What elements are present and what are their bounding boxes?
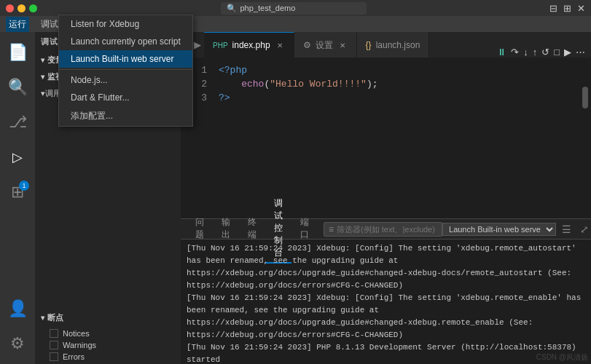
code-content: echo("Hello World!!!!");: [219, 77, 585, 91]
menu-run[interactable]: 运行: [6, 17, 29, 32]
close-button[interactable]: [6, 4, 14, 12]
title-search[interactable]: 🔍 php_test_demo: [221, 2, 367, 15]
activity-bottom: 👤 ⚙: [0, 291, 35, 364]
code-line-1: 1 <?php: [181, 63, 591, 77]
list-view-icon[interactable]: ☰: [559, 222, 574, 237]
debug-toolbar: ⏸ ↷ ↓ ↑ ↺ □ ▶ ⋯: [491, 47, 591, 58]
accounts-icon: 👤: [8, 299, 28, 318]
split-icon[interactable]: ⊞: [563, 3, 571, 14]
code-line-3: 3 ?>: [181, 91, 591, 105]
search-icon: 🔍: [227, 4, 237, 13]
step-out-icon[interactable]: ↑: [533, 47, 538, 58]
tab-settings-label: 设置: [316, 39, 333, 52]
php-echo: echo: [241, 79, 264, 90]
panel-tabs: 问题 输出 终端 调试控制台 端口 ≡ Launch Built-in web …: [181, 219, 591, 240]
panel-filter[interactable]: ≡: [324, 222, 442, 237]
tab-index-php[interactable]: PHP index.php ✕: [204, 32, 294, 58]
errors-checkbox[interactable]: [50, 352, 58, 361]
log-line: [Thu Nov 16 21:59:24 2023] Xdebug: [Conf…: [187, 242, 585, 292]
chevron-right-icon: ▾: [41, 73, 44, 81]
tab-index-php-label: index.php: [232, 40, 270, 50]
stop-icon[interactable]: □: [554, 47, 560, 58]
close-icon[interactable]: ✕: [577, 3, 585, 14]
list-item: Warnings: [50, 339, 175, 351]
warnings-label: Warnings: [63, 341, 96, 349]
divider: [59, 69, 192, 70]
php-open-tag: <?php: [219, 65, 247, 76]
log-line: [Thu Nov 16 21:59:24 2023] Xdebug: [Conf…: [187, 292, 585, 341]
tab-close-icon[interactable]: ✕: [275, 41, 285, 50]
list-item: Notices: [50, 328, 175, 339]
filter-icon: ≡: [329, 224, 334, 234]
git-icon: ⎇: [9, 113, 27, 132]
tab-close-icon[interactable]: ✕: [337, 41, 348, 50]
watermark: CSDN @风清扬: [536, 352, 588, 363]
traffic-lights: [6, 4, 37, 12]
code-line-2: 2 echo("Hello World!!!!");: [181, 77, 591, 91]
chevron-down-icon: ▾: [41, 314, 44, 322]
php-string: "Hello World!!!!": [270, 79, 367, 90]
tab-settings[interactable]: ⚙ 设置 ✕: [294, 32, 357, 58]
activity-search[interactable]: 🔍: [0, 70, 35, 105]
activity-explorer[interactable]: 📄: [0, 35, 35, 70]
code-content: <?php: [219, 63, 585, 77]
code-editor[interactable]: 1 <?php 2 echo("Hello World!!!!"); 3 ?>: [181, 58, 591, 218]
breakpoints-label: 断点: [47, 312, 63, 323]
title-right-icons: ⊟ ⊞ ✕: [549, 3, 585, 14]
layout-icon[interactable]: ⊟: [549, 3, 557, 14]
explorer-icon: 📄: [8, 43, 28, 62]
php-icon: PHP: [213, 41, 228, 50]
notices-checkbox[interactable]: [50, 329, 58, 338]
debug-icon: ▷: [12, 149, 23, 165]
tab-launch-json-label: launch.json: [376, 40, 420, 50]
gear-icon: ⚙: [10, 334, 25, 353]
json-icon: {}: [366, 40, 372, 50]
breakpoints-section: ▾ 断点 Notices Warnings Errors: [35, 309, 181, 364]
maximize-button[interactable]: [29, 4, 37, 12]
context-menu-add-config[interactable]: 添加配置...: [59, 106, 192, 126]
title-search-text: php_test_demo: [240, 4, 296, 12]
panel-actions: Launch Built-in web serve ☰ ⤢ ✕: [442, 222, 591, 237]
context-menu: Listen for Xdebug Launch currently open …: [58, 15, 193, 127]
activity-bar: 📄 🔍 ⎇ ▷ ⊞ 1 👤 ⚙: [0, 32, 35, 364]
panel-content: [Thu Nov 16 21:59:24 2023] Xdebug: [Conf…: [181, 240, 591, 364]
activity-git[interactable]: ⎇: [0, 105, 35, 140]
activity-debug[interactable]: ▷: [0, 140, 35, 175]
step-over-icon[interactable]: ↷: [511, 47, 519, 58]
run-icon[interactable]: ▶: [564, 47, 571, 58]
activity-settings[interactable]: ⚙: [0, 326, 35, 361]
log-line: [Thu Nov 16 21:59:24 2023] PHP 8.1.13 De…: [187, 341, 585, 364]
chevron-down-icon: ▾: [41, 56, 44, 64]
editor-area: ◀ ▶ PHP index.php ✕ ⚙ 设置 ✕ {} launch.jso…: [181, 32, 591, 364]
pause-icon[interactable]: ⏸: [497, 47, 506, 58]
warnings-checkbox[interactable]: [50, 341, 58, 349]
debug-more-icon[interactable]: ⋯: [576, 47, 585, 58]
debug-config-dropdown[interactable]: Launch Built-in web serve: [442, 223, 556, 236]
list-item: Errors: [50, 351, 175, 363]
notices-label: Notices: [63, 329, 90, 338]
settings-icon: ⚙: [303, 40, 311, 50]
extensions-badge: 1: [19, 181, 29, 191]
expand-icon[interactable]: ⤢: [577, 222, 591, 237]
panel: 问题 输出 终端 调试控制台 端口 ≡ Launch Built-in web …: [181, 218, 591, 364]
context-menu-launch-script[interactable]: Launch currently open script: [59, 33, 192, 50]
forward-icon[interactable]: ▶: [194, 39, 201, 50]
step-into-icon[interactable]: ↓: [523, 47, 528, 58]
context-menu-dart[interactable]: Dart & Flutter...: [59, 89, 192, 106]
minimize-button[interactable]: [17, 4, 26, 12]
scrollbar[interactable]: [582, 87, 588, 108]
activity-accounts[interactable]: 👤: [0, 291, 35, 326]
context-menu-listen[interactable]: Listen for Xdebug: [59, 15, 192, 33]
context-menu-launch-web[interactable]: Launch Built-in web server: [59, 50, 192, 68]
activity-extensions[interactable]: ⊞ 1: [0, 175, 35, 210]
sidebar-spacer: [35, 102, 181, 309]
filter-input[interactable]: [337, 225, 437, 234]
code-content: ?>: [219, 91, 585, 105]
title-bar: 🔍 php_test_demo ⊟ ⊞ ✕: [0, 0, 591, 16]
tab-launch-json[interactable]: {} launch.json: [357, 32, 430, 58]
restart-icon[interactable]: ↺: [541, 47, 549, 58]
breakpoints-title[interactable]: ▾ 断点: [35, 309, 181, 326]
errors-label: Errors: [63, 352, 85, 361]
breakpoints-list: Notices Warnings Errors: [35, 326, 181, 364]
context-menu-nodejs[interactable]: Node.js...: [59, 71, 192, 89]
